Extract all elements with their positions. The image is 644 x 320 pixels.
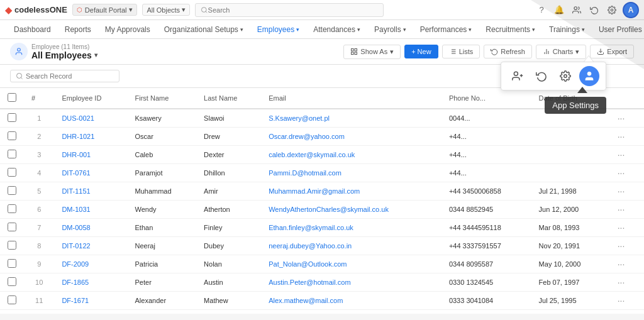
employee-id-link[interactable]: DIT-1151 [62, 187, 90, 195]
row-num: 3 [24, 146, 54, 164]
settings-icon[interactable] [605, 3, 619, 17]
nav-user-profiles[interactable]: User Profiles▾ [592, 23, 644, 36]
col-phone: Phone No... [441, 88, 531, 109]
row-more-button[interactable]: ··· [615, 277, 628, 287]
svg-line-1 [206, 11, 207, 13]
page-title-arrow[interactable]: ▾ [94, 52, 97, 58]
first-name: Neeraj [128, 237, 197, 255]
email-link[interactable]: WendyAthertonCharles@skymail.co.uk [269, 206, 389, 213]
employee-id-link[interactable]: DM-1031 [62, 206, 90, 213]
email-link[interactable]: caleb.dexter@skymail.co.uk [269, 151, 355, 158]
employee-id-link[interactable]: DM-0058 [62, 224, 90, 231]
search-record-input[interactable] [26, 72, 114, 80]
employee-id-link[interactable]: DUS-0021 [62, 114, 94, 122]
nav-recruitments[interactable]: Recruitments▾ [479, 23, 541, 36]
email-link[interactable]: Pat_Nolan@Outlook.com [269, 260, 347, 268]
nav-performances-arrow: ▾ [469, 26, 472, 33]
row-more-button[interactable]: ··· [615, 150, 628, 160]
employee-id-link[interactable]: DIT-0761 [62, 169, 90, 177]
col-last-name: Last Name [196, 88, 261, 109]
employee-id-link[interactable]: DHR-001 [62, 151, 91, 158]
table-header-row: # Employee ID First Name Last Name Email… [0, 88, 644, 109]
row-more-button[interactable]: ··· [615, 186, 628, 196]
last-name: Dubey [196, 237, 261, 255]
search-input[interactable] [208, 6, 378, 14]
nav-employees-arrow: ▾ [296, 26, 299, 33]
notifications-icon[interactable]: 🔔 [552, 3, 566, 17]
dob [531, 128, 608, 146]
row-more-button[interactable]: ··· [615, 168, 628, 178]
employee-id-link[interactable]: DF-2009 [62, 260, 89, 268]
select-all-checkbox[interactable] [8, 93, 16, 102]
export-button[interactable]: Export [590, 45, 634, 58]
email-link[interactable]: S.Ksawery@onet.pl [269, 114, 330, 122]
nav-performances[interactable]: Performances▾ [414, 23, 479, 36]
email-link[interactable]: Pammi.D@hotmail.com [269, 169, 341, 177]
help-icon[interactable]: ? [535, 3, 548, 17]
row-checkbox[interactable] [8, 113, 16, 122]
nav-org-arrow: ▾ [240, 26, 243, 33]
nav-trainings[interactable]: Trainings▾ [543, 23, 591, 36]
all-objects-selector[interactable]: All Objects ▾ [142, 4, 190, 16]
row-more-button[interactable]: ··· [615, 131, 628, 141]
row-checkbox[interactable] [8, 259, 16, 268]
employee-id-link[interactable]: DIT-0122 [62, 242, 90, 250]
nav-payrolls[interactable]: Payrolls▾ [368, 23, 413, 36]
users-icon[interactable] [570, 3, 584, 17]
email-link[interactable]: Oscar.drew@yahoo.com [269, 133, 345, 140]
nav-my-approvals[interactable]: My Approvals [99, 23, 157, 36]
employee-id-link[interactable]: DF-1865 [62, 279, 89, 286]
portal-selector[interactable]: ⬡ Default Portal ▾ [72, 4, 138, 16]
nav-org-setups[interactable]: Organizational Setups▾ [158, 23, 250, 36]
phone: 0344 8095587 [441, 255, 531, 273]
logo-icon: ◆ [5, 5, 12, 15]
first-name: Oscar [128, 128, 197, 146]
lists-button[interactable]: Lists [442, 45, 480, 58]
charts-button[interactable]: Charts ▾ [536, 45, 586, 59]
employees-table-container: # Employee ID First Name Last Name Email… [0, 88, 644, 314]
row-more-button[interactable]: ··· [615, 113, 628, 123]
nav-reports[interactable]: Reports [58, 23, 97, 36]
row-more-button[interactable]: ··· [615, 241, 628, 251]
row-more-button[interactable]: ··· [615, 259, 628, 269]
employees-table: # Employee ID First Name Last Name Email… [0, 88, 644, 310]
row-more-button[interactable]: ··· [615, 295, 628, 306]
email-link[interactable]: Alex.mathew@mail.com [269, 297, 343, 304]
global-search[interactable] [195, 3, 384, 17]
history-icon[interactable] [587, 3, 601, 17]
row-checkbox[interactable] [8, 150, 16, 158]
nav-attendances-arrow: ▾ [357, 26, 360, 33]
row-checkbox[interactable] [8, 186, 16, 195]
row-checkbox[interactable] [8, 277, 16, 286]
email-link[interactable]: Austin.Peter@hotmail.com [269, 279, 350, 286]
new-button[interactable]: + New [404, 45, 438, 58]
email-link[interactable]: Muhammad.Amir@gmail.com [269, 187, 360, 195]
row-checkbox[interactable] [8, 131, 16, 140]
email-link[interactable]: Ethan.finley@skymail.co.uk [269, 224, 353, 231]
page-header: Employee (11 Items) All Employees ▾ Show… [0, 39, 644, 65]
row-checkbox[interactable] [8, 168, 16, 177]
row-checkbox[interactable] [8, 295, 16, 304]
svg-rect-7 [352, 52, 354, 55]
show-as-button[interactable]: Show As ▾ [343, 45, 401, 59]
phone: +44 3337591557 [441, 237, 531, 255]
row-checkbox[interactable] [8, 241, 16, 250]
row-checkbox[interactable] [8, 223, 16, 231]
phone: +44 3444595118 [441, 219, 531, 237]
svg-rect-6 [355, 49, 357, 52]
show-as-arrow: ▾ [390, 48, 394, 56]
row-checkbox[interactable] [8, 204, 16, 213]
employee-id-link[interactable]: DHR-1021 [62, 133, 94, 140]
email-link[interactable]: neeraj.dubey@Yahoo.co.in [269, 242, 352, 250]
dob: Jun 12, 2000 [531, 201, 608, 219]
row-more-button[interactable]: ··· [615, 204, 628, 214]
nav-attendances[interactable]: Attendances▾ [307, 23, 367, 36]
row-more-button[interactable]: ··· [615, 223, 628, 233]
refresh-button[interactable]: Refresh [484, 45, 532, 58]
nav-employees[interactable]: Employees▾ [251, 23, 306, 36]
table-row: 9 DF-2009 Patricia Nolan Pat_Nolan@Outlo… [0, 255, 644, 273]
nav-dashboard[interactable]: Dashboard [8, 23, 57, 36]
first-name: Caleb [128, 146, 197, 164]
avatar-button[interactable]: A [623, 2, 639, 18]
employee-id-link[interactable]: DF-1671 [62, 297, 89, 304]
